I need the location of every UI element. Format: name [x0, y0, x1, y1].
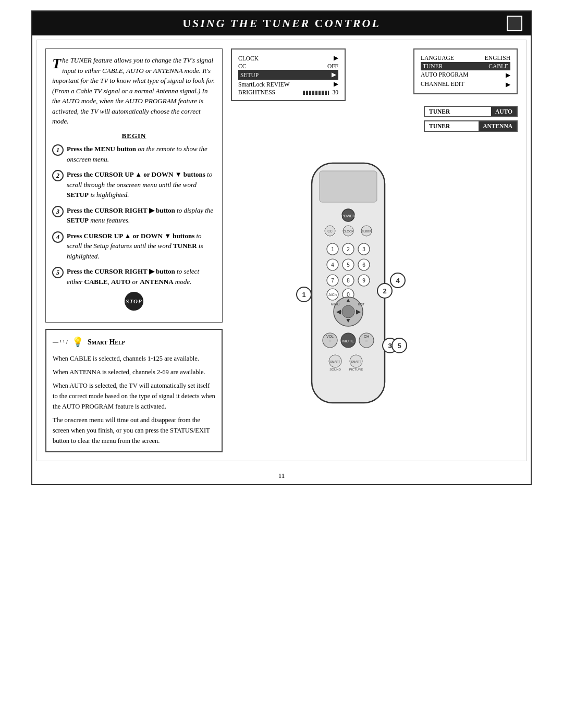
menu-row-setup: SETUP ▶ [238, 70, 338, 80]
svg-text:PICTURE: PICTURE [349, 368, 363, 371]
dash-line: — ¹ ¹ / [53, 338, 68, 347]
step-3-text: Press the CURSOR RIGHT ▶ button to displ… [67, 205, 216, 226]
smart-help-item-3: When AUTO is selected, the TV will autom… [53, 380, 215, 412]
smart-help-header: — ¹ ¹ / 💡 Smart Help [53, 335, 215, 349]
step-3: 3 Press the CURSOR RIGHT ▶ button to dis… [52, 205, 216, 226]
menu-row-cc: CC OFF [238, 63, 338, 70]
svg-point-33 [342, 305, 354, 318]
svg-text:▶: ▶ [356, 308, 361, 315]
svg-text:A/Ch: A/Ch [328, 293, 337, 297]
svg-text:7: 7 [331, 278, 334, 283]
smart-help-title: Smart Help [88, 337, 125, 348]
svg-text:6: 6 [362, 262, 365, 268]
svg-text:SLEEP: SLEEP [361, 230, 371, 233]
tuner-state-auto: TUNER AUTO [424, 106, 518, 117]
svg-text:−: − [365, 338, 368, 343]
sub-menu-row-tuner: TUNER CABLE [421, 62, 510, 70]
menu-arrow-setup: ▶ [332, 71, 336, 79]
step-5-number: 5 [52, 267, 64, 278]
svg-text:4: 4 [331, 262, 334, 268]
svg-rect-1 [320, 171, 377, 202]
svg-text:◀: ◀ [336, 308, 341, 315]
menu-row-brightness: BRIGHTNESS 30 [238, 89, 338, 96]
remote-svg: POWER CC CLOCK SLEEP 1 2 3 [275, 158, 421, 418]
sub-menu-value-tuner: CABLE [488, 63, 508, 69]
tuner-state-antenna: TUNER ANTENNA [424, 120, 518, 132]
step-5: 5 Press the CURSOR RIGHT ▶ button to sel… [52, 266, 216, 287]
svg-text:5: 5 [347, 262, 350, 268]
page-header: USING THE TUNER CONTROL [32, 11, 531, 35]
menu-label-brightness: BRIGHTNESS [238, 89, 275, 95]
svg-text:9: 9 [362, 278, 365, 283]
svg-text:1: 1 [331, 246, 334, 252]
tuner-antenna-label: TUNER [425, 121, 454, 131]
tuner-antenna-value: ANTENNA [479, 121, 517, 131]
menu-row-smartlock: SmartLock REVIEW ▶ [238, 80, 338, 89]
step-2-text: Press the CURSOR UP ▲ or DOWN ▼ buttons … [67, 169, 216, 200]
svg-text:1: 1 [302, 291, 305, 299]
svg-text:MENU: MENU [331, 303, 339, 306]
step-1-text: Press the MENU button on the remote to s… [67, 144, 216, 164]
svg-text:CLOCK: CLOCK [343, 230, 354, 233]
smart-help-item-4: The onscreen menu will time out and disa… [53, 415, 215, 446]
svg-text:▼: ▼ [345, 317, 351, 324]
sub-menu-label-autoprogram: AUTO PROGRAM [421, 71, 468, 79]
menu-value-brightness: 30 [303, 89, 338, 95]
sub-menu-arrow-channeledit: ▶ [506, 81, 510, 88]
intro-box: T he TUNER feature allows you to change … [45, 48, 223, 323]
menu-value-cc: OFF [327, 63, 338, 69]
intro-text: he TUNER feature allows you to change th… [52, 56, 215, 125]
smart-help-box: — ¹ ¹ / 💡 Smart Help When CABLE is selec… [45, 329, 223, 452]
svg-text:MUTE: MUTE [342, 339, 354, 343]
sub-menu-row-autoprogram: AUTO PROGRAM ▶ [421, 70, 510, 80]
sub-menu-label-language: LANGUAGE [421, 55, 454, 61]
svg-text:3: 3 [388, 342, 391, 350]
sub-menu-row-language: LANGUAGE ENGLISH [421, 54, 510, 62]
bulb-icon: 💡 [72, 335, 83, 349]
stop-icon: STOP [125, 292, 143, 311]
sub-menu-row-channeledit: CHANNEL EDIT ▶ [421, 80, 510, 89]
menus-area: CLOCK ▶ CC OFF SETUP ▶ SmartLock REVIEW … [231, 48, 518, 153]
step-2-number: 2 [52, 170, 64, 181]
svg-text:8: 8 [347, 278, 350, 283]
main-menu: CLOCK ▶ CC OFF SETUP ▶ SmartLock REVIEW … [231, 48, 346, 101]
menu-label-cc: CC [238, 63, 246, 69]
page-number: 11 [32, 465, 531, 484]
svg-text:EXIT: EXIT [358, 303, 365, 306]
svg-text:SMART: SMART [330, 360, 340, 363]
page-wrapper: USING THE TUNER CONTROL T he TUNER featu… [31, 10, 532, 485]
menu-arrow-smartlock: ▶ [334, 80, 338, 88]
step-4-text: Press CURSOR UP ▲ or DOWN ▼ buttons to s… [67, 231, 216, 262]
tuner-states-area: TUNER AUTO TUNER ANTENNA [424, 106, 518, 132]
step-1-number: 1 [52, 144, 64, 156]
svg-text:CH: CH [364, 335, 369, 338]
begin-label: Begin [52, 131, 216, 141]
step-4-number: 4 [52, 231, 64, 243]
corner-box [507, 16, 522, 31]
svg-text:5: 5 [397, 342, 401, 350]
svg-text:2: 2 [383, 287, 386, 295]
step-2: 2 Press the CURSOR UP ▲ or DOWN ▼ button… [52, 169, 216, 200]
tuner-auto-label: TUNER [425, 107, 454, 116]
step-1: 1 Press the MENU button on the remote to… [52, 144, 216, 164]
remote-area: POWER CC CLOCK SLEEP 1 2 3 [275, 158, 473, 418]
drop-cap: T [52, 56, 61, 71]
page-title: USING THE TUNER CONTROL [56, 17, 507, 30]
menu-arrow-clock: ▶ [334, 54, 338, 62]
svg-text:−: − [328, 338, 331, 343]
menu-label-clock: CLOCK [238, 55, 259, 61]
brightness-bar [303, 91, 329, 95]
menu-row-clock: CLOCK ▶ [238, 54, 338, 63]
svg-text:POWER: POWER [341, 214, 355, 218]
step-3-number: 3 [52, 206, 64, 217]
svg-text:▲: ▲ [345, 297, 351, 304]
sub-menu: LANGUAGE ENGLISH TUNER CABLE AUTO PROGRA… [413, 48, 518, 94]
step-4: 4 Press CURSOR UP ▲ or DOWN ▼ buttons to… [52, 231, 216, 262]
svg-text:CC: CC [327, 229, 333, 233]
step-5-text: Press the CURSOR RIGHT ▶ button to selec… [67, 266, 216, 287]
tuner-auto-value: AUTO [491, 107, 517, 116]
main-content: T he TUNER feature allows you to change … [36, 40, 527, 461]
svg-text:SMART: SMART [351, 360, 361, 363]
stop-box: STOP [52, 292, 216, 311]
svg-text:2: 2 [347, 246, 350, 252]
